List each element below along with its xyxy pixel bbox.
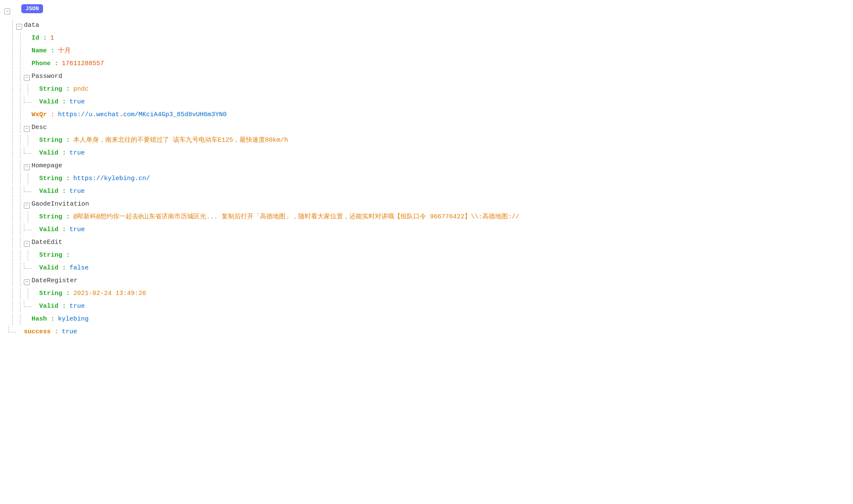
data-vline-20 [16, 275, 24, 286]
dateregister-valid-value: true [69, 301, 85, 312]
password-string-key: String : [39, 84, 70, 95]
data-vline-5 [16, 84, 24, 95]
data-vline-1 [16, 33, 24, 44]
gaode-vline-1 [24, 212, 32, 223]
root-vline-11 [9, 148, 16, 159]
password-vline-1 [24, 84, 32, 95]
dateregister-string-value: 2021-02-24 13:49:26 [73, 288, 146, 299]
root-last-connector [9, 326, 16, 338]
root-vline-23 [9, 301, 16, 312]
root-vline-9 [9, 122, 16, 133]
data-vline-13 [16, 186, 24, 197]
dateregister-vline-last [24, 301, 32, 312]
root-vline-16 [9, 212, 16, 223]
dateregister-string-key: String : [39, 288, 70, 299]
gaode-valid-value: true [69, 224, 85, 235]
root-vline-5 [9, 71, 16, 82]
root-collapse-toggle[interactable]: − [4, 9, 10, 14]
root-vline-7 [9, 97, 16, 108]
data-vline-17 [16, 237, 24, 248]
password-string-value: pndc [73, 84, 89, 95]
root-vline-15 [9, 199, 16, 210]
data-vline-9 [16, 135, 24, 146]
id-value: 1 [50, 33, 54, 44]
data-vline-8 [16, 122, 24, 133]
root-vline-8 [9, 109, 16, 120]
name-value: 十月 [58, 46, 71, 57]
root-vline-18 [9, 237, 16, 248]
password-toggle[interactable]: − [24, 75, 30, 81]
dateedit-vline-last [24, 263, 32, 274]
data-vline-23 [16, 314, 24, 325]
root-vline-22 [9, 288, 16, 299]
data-vline-21 [16, 288, 24, 299]
dateedit-key: DateEdit [32, 237, 62, 248]
root-vline-6 [9, 84, 16, 95]
desc-key: Desc [32, 122, 47, 133]
homepage-toggle[interactable]: − [24, 164, 30, 170]
desc-vline-last [24, 148, 32, 159]
password-key: Password [32, 71, 62, 82]
data-vline-15 [16, 212, 24, 223]
dateregister-toggle[interactable]: − [24, 279, 30, 285]
gaode-toggle[interactable]: − [24, 203, 30, 209]
desc-valid-value: true [69, 148, 85, 159]
gaode-key: GaodeInvitation [32, 199, 89, 210]
password-vline-last [24, 97, 32, 108]
gaode-string-value: @邴新科@想约你一起去@山东省济南市历城区光... 复制后打开「高德地图」，随时… [73, 212, 519, 223]
success-value: true [62, 326, 77, 338]
wxqr-value: https://u.wechat.com/MKciA4Gp3_85d8vUH6m… [58, 109, 227, 120]
data-vline-11 [16, 160, 24, 172]
data-vline-10 [16, 148, 24, 159]
data-vline-3 [16, 58, 24, 69]
wxqr-key: WxQr : [32, 109, 55, 120]
root-vline-12 [9, 160, 16, 172]
homepage-string-value: https://kylebing.cn/ [73, 173, 150, 184]
data-vline-16 [16, 224, 24, 235]
homepage-vline-last [24, 186, 32, 197]
dateedit-string-key: String : [39, 250, 70, 261]
root-vline-24 [9, 314, 16, 325]
json-badge: JSON [21, 4, 43, 13]
homepage-string-key: String : [39, 173, 70, 184]
phone-value: 17611288557 [62, 58, 104, 69]
homepage-valid-key: Valid : [39, 186, 66, 197]
gaode-vline-last [24, 224, 32, 235]
root-vline-19 [9, 250, 16, 261]
data-vline-2 [16, 46, 24, 57]
desc-valid-key: Valid : [39, 148, 66, 159]
root-vline-10 [9, 135, 16, 146]
data-vline-22 [16, 301, 24, 312]
data-vline-6 [16, 97, 24, 108]
homepage-vline-1 [24, 173, 32, 184]
success-key: success : [24, 326, 58, 338]
desc-string-key: String : [39, 135, 70, 146]
root-vline-2 [9, 33, 16, 44]
root-vline [9, 20, 16, 31]
hash-key: Hash : [32, 314, 55, 325]
root-vline-14 [9, 186, 16, 197]
data-collapse-toggle[interactable]: − [16, 24, 22, 30]
id-key: Id : [32, 33, 47, 44]
phone-key: Phone : [32, 58, 58, 69]
desc-vline-1 [24, 135, 32, 146]
data-vline-12 [16, 173, 24, 184]
dateedit-toggle[interactable]: − [24, 241, 30, 247]
data-vline-18 [16, 250, 24, 261]
password-valid-key: Valid : [39, 97, 66, 108]
hash-value: kylebing [58, 314, 89, 325]
root-vline-13 [9, 173, 16, 184]
homepage-key: Homepage [32, 160, 62, 172]
password-valid-value: true [69, 97, 85, 108]
data-vline-7 [16, 109, 24, 120]
root-vline-4 [9, 58, 16, 69]
dateedit-valid-value: false [69, 263, 89, 274]
data-vline-4 [16, 71, 24, 82]
data-vline-14 [16, 199, 24, 210]
dateregister-valid-key: Valid : [39, 301, 66, 312]
dateregister-vline-1 [24, 288, 32, 299]
dateedit-vline-1 [24, 250, 32, 261]
data-key: data [24, 20, 39, 31]
gaode-string-key: String : [39, 212, 70, 223]
desc-toggle[interactable]: − [24, 126, 30, 132]
